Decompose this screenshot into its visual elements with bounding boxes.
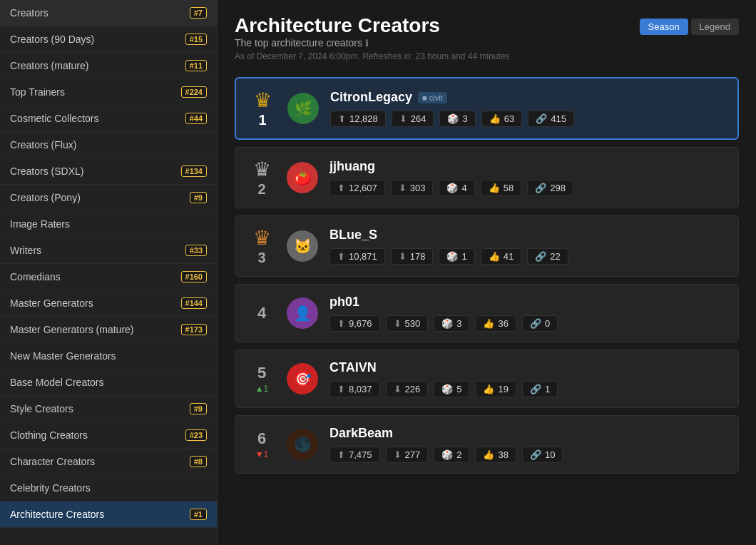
stat-value: 415	[551, 113, 566, 124]
stat-icon: ⬇	[394, 449, 402, 460]
stat-pill: 🎲5	[434, 381, 469, 397]
sidebar-item-creators-flux[interactable]: Creators (Flux)	[0, 132, 217, 158]
username[interactable]: ph01	[330, 295, 359, 310]
username[interactable]: DarkBeam	[330, 426, 393, 441]
stat-pill: 🎲3	[439, 111, 475, 127]
stat-icon: 🎲	[441, 449, 453, 460]
stat-value: 63	[504, 113, 514, 124]
stat-pill: 👍58	[481, 180, 521, 196]
sidebar-badge: #44	[185, 113, 207, 124]
stat-value: 1	[545, 384, 550, 394]
season-button[interactable]: Season	[640, 19, 688, 35]
stat-pill: ⬇226	[386, 381, 429, 397]
rank-number: 1	[249, 112, 276, 128]
sidebar-item-master-generators-mature[interactable]: Master Generators (mature)#173	[0, 317, 217, 343]
username-row: DarkBeam	[330, 426, 725, 441]
sidebar-item-creators-mature[interactable]: Creators (mature)#11	[0, 53, 217, 79]
username[interactable]: BLue_S	[330, 228, 377, 243]
sidebar-item-label: Clothing Creators	[10, 429, 88, 441]
stat-value: 7,475	[349, 449, 372, 460]
rank-number: 5	[248, 364, 275, 382]
rank-col: 6▼1	[248, 429, 275, 459]
sidebar-item-character-creators[interactable]: Character Creators#8	[0, 449, 217, 475]
main-header: Architecture Creators The top architectu…	[235, 14, 739, 73]
rank-number: 2	[248, 181, 275, 198]
sidebar-item-clothing-creators[interactable]: Clothing Creators#23	[0, 422, 217, 449]
sidebar-item-creators-pony[interactable]: Creators (Pony)#9	[0, 185, 217, 211]
stat-pill: ⬆7,475	[330, 447, 380, 463]
username[interactable]: CitronLegacy	[330, 90, 412, 105]
sidebar-badge: #9	[190, 403, 207, 414]
sidebar-badge: #7	[190, 7, 207, 19]
sidebar-badge: #9	[190, 192, 207, 203]
stat-icon: ⬆	[337, 384, 345, 394]
leaderboard-card-rank-4: 4👤ph01⬆9,676⬇530🎲3👍36🔗0	[235, 284, 739, 342]
user-info: DarkBeam⬆7,475⬇277🎲2👍38🔗10	[330, 426, 725, 463]
stat-pill: 🔗415	[528, 111, 574, 127]
sidebar-item-creators[interactable]: Creators#7	[0, 0, 217, 26]
sidebar-badge: #134	[181, 165, 207, 177]
sidebar-item-new-master-generators[interactable]: New Master Generators	[0, 343, 217, 370]
avatar: 🐱	[287, 230, 318, 262]
avatar: 🌑	[287, 429, 318, 460]
legend-button[interactable]: Legend	[691, 19, 739, 35]
stat-value: 303	[410, 183, 426, 193]
stat-icon: 👍	[489, 113, 501, 124]
stat-icon: 🎲	[441, 318, 453, 329]
stat-value: 1	[461, 251, 466, 262]
sidebar-item-style-creators[interactable]: Style Creators#9	[0, 396, 217, 422]
sidebar-item-label: Creators (SDXL)	[10, 165, 83, 177]
stats-row: ⬆7,475⬇277🎲2👍38🔗10	[330, 447, 725, 463]
stat-icon: 👍	[489, 183, 500, 193]
sidebar-item-image-raters[interactable]: Image Raters	[0, 211, 217, 238]
stat-pill: ⬆12,828	[330, 111, 386, 127]
stat-icon: 🎲	[446, 251, 458, 262]
leaderboard-card-rank-2: ♛2🍅jjhuang⬆12,607⬇303🎲4👍58🔗298	[235, 147, 739, 208]
sidebar-item-base-model-creators[interactable]: Base Model Creators	[0, 370, 217, 396]
sidebar-item-writers[interactable]: Writers#33	[0, 238, 217, 264]
sidebar-item-creators-sdxl[interactable]: Creators (SDXL)#134	[0, 158, 217, 185]
username[interactable]: jjhuang	[330, 159, 375, 174]
stat-icon: ⬆	[337, 318, 345, 329]
crown-silver-icon: ♛	[248, 158, 275, 181]
stat-value: 530	[405, 318, 421, 329]
sidebar-badge: #224	[181, 86, 207, 98]
sidebar-item-comedians[interactable]: Comedians#160	[0, 264, 217, 290]
avatar: 👤	[287, 297, 318, 329]
info-icon[interactable]: ℹ	[365, 38, 369, 49]
username-row: CitronLegacy■ civit	[330, 90, 725, 105]
sidebar-badge: #15	[185, 34, 207, 45]
stat-value: 19	[498, 384, 508, 394]
stat-pill: 🎲2	[434, 447, 469, 463]
stat-icon: 🔗	[530, 384, 541, 394]
stat-pill: ⬆9,676	[330, 315, 380, 332]
stat-pill: 👍19	[475, 381, 516, 397]
user-verified-badge: ■ civit	[418, 92, 447, 103]
stat-icon: ⬆	[337, 251, 345, 262]
sidebar-item-architecture-creators[interactable]: Architecture Creators#1	[0, 501, 217, 528]
stat-value: 226	[405, 384, 421, 394]
sidebar-item-label: Creators (90 Days)	[10, 34, 94, 45]
sidebar-item-label: Celebrity Creators	[10, 482, 91, 494]
stat-icon: ⬇	[394, 384, 402, 394]
sidebar-item-label: Creators (Pony)	[10, 192, 81, 203]
stat-pill: 🎲1	[439, 248, 474, 265]
username[interactable]: CTAIVN	[330, 360, 377, 375]
leaderboard: ♛1🌿CitronLegacy■ civit⬆12,828⬇264🎲3👍63🔗4…	[235, 77, 739, 474]
stat-icon: 🎲	[446, 183, 458, 193]
sidebar-item-celebrity-creators[interactable]: Celebrity Creators	[0, 475, 217, 501]
stats-row: ⬆9,676⬇530🎲3👍36🔗0	[330, 315, 725, 332]
username-row: ph01	[330, 295, 725, 310]
stat-value: 36	[498, 318, 508, 329]
sidebar-item-cosmetic-collectors[interactable]: Cosmetic Collectors#44	[0, 106, 217, 132]
stat-value: 264	[411, 113, 426, 124]
sidebar-item-creators-90[interactable]: Creators (90 Days)#15	[0, 26, 217, 53]
stat-pill: 🔗10	[522, 447, 563, 463]
sidebar-item-master-generators[interactable]: Master Generators#144	[0, 290, 217, 317]
page-title: Architecture Creators	[235, 14, 510, 37]
rank-change: ▲1	[248, 384, 275, 394]
stat-pill: ⬆8,037	[330, 381, 380, 397]
sidebar-item-top-trainers[interactable]: Top Trainers#224	[0, 79, 217, 106]
stat-icon: ⬇	[399, 183, 407, 193]
sidebar-item-label: Character Creators	[10, 456, 95, 467]
